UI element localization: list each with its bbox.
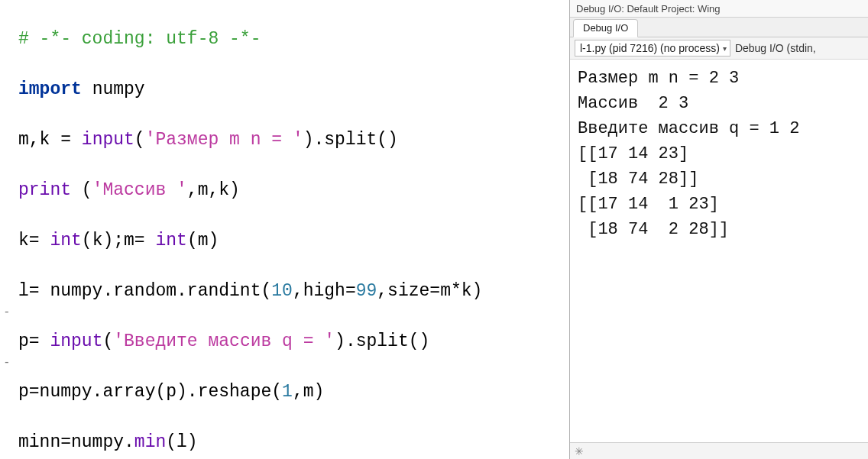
code-number: 1 [282,382,293,402]
code-text: (m) [187,231,219,251]
code-string: 'Массив ' [92,180,187,200]
code-text: ( [71,180,92,200]
code-text: ,m) [293,382,324,402]
code-text: ).split() [335,331,429,351]
chevron-down-icon: ▾ [723,44,727,53]
code-text: (l) [166,432,197,452]
code-text: ( [102,331,113,351]
code-text: ,size=m*k) [377,281,482,301]
debug-pane-title: Debug I/O: Default Project: Wing [570,0,868,18]
code-text: ,high= [293,281,356,301]
fn-input: input [82,130,134,150]
code-area[interactable]: # -*- coding: utf-8 -*- import numpy m,k… [18,0,569,459]
debug-toolbar-label: Debug I/O (stdin, [735,42,816,54]
bug-icon[interactable]: ✳ [575,445,584,457]
debug-output[interactable]: Размер m n = 2 3 Массив 2 3 Введите масс… [570,60,868,442]
code-number: 10 [271,281,293,301]
fn-min: min [134,432,166,452]
fn-int: int [155,231,186,251]
code-text: ).split() [303,130,398,150]
code-text: p=numpy.array(p).reshape( [18,382,282,402]
code-text: m,k = [18,130,82,150]
code-text: ( [134,130,145,150]
code-comment: # -*- coding: utf-8 -*- [18,29,261,49]
fn-int: int [50,231,81,251]
code-editor-pane: - - # -*- coding: utf-8 -*- import numpy… [0,0,569,459]
debug-toolbar: l-1.py (pid 7216) (no process) ▾ Debug I… [570,37,868,60]
fn-print: print [18,180,71,200]
code-text: p= [18,331,50,351]
kw-import: import [18,79,82,99]
fold-marker-icon[interactable]: - [3,354,11,369]
code-text: numpy [82,79,145,99]
code-text: ,m,k) [187,180,240,200]
debug-io-pane: Debug I/O: Default Project: Wing Debug I… [569,0,868,459]
process-selector-label: l-1.py (pid 7216) (no process) [580,42,720,54]
debug-tab-bar: Debug I/O [570,18,868,37]
process-selector[interactable]: l-1.py (pid 7216) (no process) ▾ [575,40,730,57]
code-text: (k);m= [82,231,156,251]
editor-gutter: - - [0,0,18,459]
code-text: k= [18,231,50,251]
code-text: minn=numpy. [18,432,134,452]
fn-input: input [50,331,102,351]
tab-debug-io[interactable]: Debug I/O [573,19,638,37]
fold-marker-icon[interactable]: - [3,304,11,318]
code-number: 99 [356,281,377,301]
debug-footer: ✳ [570,442,868,459]
code-text: l= numpy.random.randint( [18,281,271,301]
code-string: 'Введите массив q = ' [113,331,335,351]
code-string: 'Размер m n = ' [145,130,303,150]
